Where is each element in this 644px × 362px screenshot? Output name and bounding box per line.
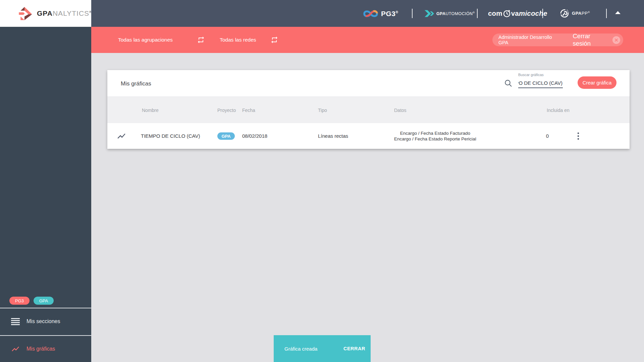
gpanalytics-arrow-icon bbox=[16, 5, 33, 22]
list-icon bbox=[11, 318, 20, 325]
card-header: Mis gráficas Buscar gráficas PO DE CICLO… bbox=[107, 70, 630, 97]
user-session-chip: Administrador Desarrollo GPA Cerrar sesi… bbox=[492, 34, 623, 46]
clock-icon bbox=[502, 9, 511, 18]
column-header-nombre: Nombre bbox=[142, 108, 159, 113]
column-header-tipo: Tipo bbox=[318, 108, 327, 113]
table-header-row: Nombre Proyecto Fecha Tipo Datos Incluid… bbox=[107, 97, 630, 123]
page-title: Mis gráficas bbox=[121, 80, 151, 87]
logout-close-icon[interactable] bbox=[612, 36, 621, 44]
line-chart-icon bbox=[11, 345, 20, 353]
row-type: Líneas rectas bbox=[318, 123, 348, 149]
sidebar-badge-pg3[interactable]: PG3 bbox=[9, 297, 30, 305]
networks-filter[interactable]: Todas las redes bbox=[220, 27, 278, 53]
my-charts-card: Mis gráficas Buscar gráficas PO DE CICLO… bbox=[107, 70, 630, 149]
sidebar-item-label: Mis gráficas bbox=[26, 346, 55, 352]
snackbar-message: Gráfica creada bbox=[284, 346, 317, 352]
swap-icon bbox=[197, 36, 205, 44]
sidebar-item-mis-graficas[interactable]: Mis gráficas bbox=[0, 336, 91, 362]
groupings-filter-label: Todas las agrupaciones bbox=[118, 37, 173, 43]
main-content: Mis gráficas Buscar gráficas PO DE CICLO… bbox=[91, 53, 644, 362]
snackbar: Gráfica creada CERRAR bbox=[274, 335, 371, 362]
search-input-value: PO DE CICLO (CAV) bbox=[518, 80, 562, 86]
create-chart-button[interactable]: Crear gráfica bbox=[578, 76, 616, 89]
gpapp-logo[interactable]: GPAPP® bbox=[559, 8, 590, 18]
table-row[interactable]: TIEMPO DE CICLO (CAV) GPA 08/02/2018 Lín… bbox=[107, 123, 630, 148]
logout-button[interactable]: Cerrar sesión bbox=[573, 33, 608, 47]
topbar-divider bbox=[412, 9, 413, 18]
topbar-divider bbox=[542, 9, 543, 18]
pg3-label: PG3® bbox=[381, 10, 398, 18]
search-input[interactable]: Buscar gráficas PO DE CICLO (CAV) bbox=[518, 73, 563, 88]
sidebar-item-mis-secciones[interactable]: Mis secciones bbox=[0, 308, 91, 335]
sidebar: PG3 GPA Mis secciones Mis gráficas bbox=[0, 27, 91, 362]
gpautomocion-arrows-icon bbox=[425, 9, 434, 18]
kebab-menu-icon bbox=[577, 132, 579, 140]
networks-filter-label: Todas las redes bbox=[220, 37, 256, 43]
pg3-infinity-icon bbox=[363, 8, 378, 19]
row-data: Encargo / Fecha Estado Facturado Encargo… bbox=[394, 123, 476, 149]
search-icon[interactable] bbox=[504, 79, 513, 89]
sidebar-item-label: Mis secciones bbox=[26, 318, 60, 324]
pg3-logo[interactable]: PG3® bbox=[363, 8, 398, 19]
project-badge: GPA bbox=[217, 132, 235, 140]
app-logo[interactable]: GPANALYTICS® bbox=[0, 0, 91, 27]
column-header-proyecto: Proyecto bbox=[217, 108, 236, 113]
topbar-divider bbox=[477, 9, 478, 18]
sidebar-badge-gpa[interactable]: GPA bbox=[34, 297, 54, 305]
user-name: Administrador Desarrollo GPA bbox=[498, 35, 560, 45]
search-input-label: Buscar gráficas bbox=[518, 73, 563, 77]
column-header-datos: Datos bbox=[394, 108, 407, 113]
gpautomocion-logo[interactable]: GPAUTOMOCIÓN® bbox=[425, 9, 475, 18]
gpapp-wrench-gauge-icon bbox=[559, 8, 570, 18]
gpanalytics-wordmark: GPANALYTICS® bbox=[37, 9, 92, 17]
comprovamicoche-mid: va bbox=[511, 9, 519, 17]
filter-bar: Todas las agrupaciones Todas las redes A… bbox=[91, 27, 644, 53]
topbar-divider bbox=[606, 9, 607, 18]
groupings-filter[interactable]: Todas las agrupaciones bbox=[118, 27, 205, 53]
comprovamicoche-pre: com bbox=[488, 9, 502, 17]
search-input-underline bbox=[518, 87, 563, 88]
row-included-count: 0 bbox=[543, 123, 551, 149]
chevron-up-icon bbox=[615, 11, 621, 14]
collapse-topbar-button[interactable] bbox=[615, 11, 622, 16]
snackbar-close-button[interactable]: CERRAR bbox=[343, 346, 365, 351]
column-header-incluida-en: Incluida en bbox=[547, 108, 570, 113]
swap-icon bbox=[270, 36, 278, 44]
row-data-line1: Encargo / Fecha Estado Facturado bbox=[400, 130, 470, 136]
comprovamicoche-logo[interactable]: com vamicoche bbox=[488, 9, 547, 18]
row-name: TIEMPO DE CICLO (CAV) bbox=[141, 123, 200, 149]
row-date: 08/02/2018 bbox=[242, 123, 267, 149]
row-data-line2: Encargo / Fecha Estado Reporte Pericial bbox=[394, 136, 476, 142]
gpautomocion-label: GPAUTOMOCIÓN® bbox=[436, 11, 475, 16]
column-header-fecha: Fecha bbox=[242, 108, 255, 113]
row-menu-button[interactable] bbox=[574, 123, 583, 149]
line-chart-icon bbox=[117, 123, 126, 149]
gpapp-label: GPAPP® bbox=[572, 11, 590, 16]
top-brand-bar: PG3® GPAUTOMOCIÓN® com vamicoche bbox=[91, 0, 644, 27]
